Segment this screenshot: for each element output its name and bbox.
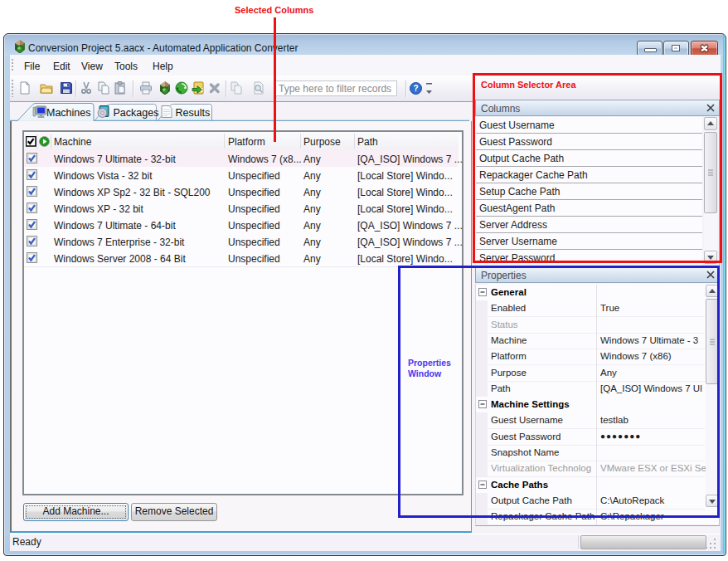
svg-text:?: ? [413,84,418,93]
svg-text:Packages: Packages [114,107,159,119]
svg-text:Results: Results [176,107,211,119]
svg-text:Machines: Machines [46,107,91,119]
